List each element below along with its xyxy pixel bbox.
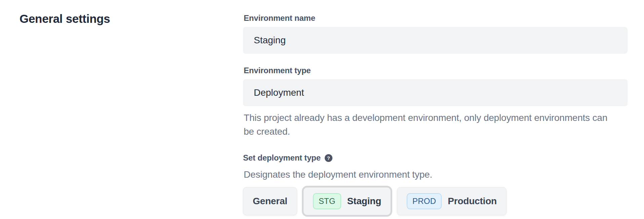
deployment-type-options: General STG Staging PROD Production <box>243 187 628 215</box>
environment-type-helper-text: This project already has a development e… <box>244 111 617 138</box>
deployment-type-production-button[interactable]: PROD Production <box>397 187 507 215</box>
environment-type-label: Environment type <box>244 66 628 75</box>
set-deployment-type-row: Set deployment type ? <box>243 153 628 163</box>
prod-badge: PROD <box>407 193 442 209</box>
deployment-type-general-label: General <box>253 196 287 207</box>
environment-name-label: Environment name <box>244 13 628 23</box>
deployment-type-production-label: Production <box>448 196 497 207</box>
environment-type-input[interactable] <box>243 79 628 106</box>
question-mark-icon[interactable]: ? <box>325 154 332 162</box>
page-title: General settings <box>19 12 243 26</box>
settings-page: General settings Environment name Enviro… <box>0 0 644 215</box>
deployment-type-general-button[interactable]: General <box>243 187 297 215</box>
settings-form: Environment name Environment type This p… <box>243 11 628 215</box>
environment-name-input[interactable] <box>243 27 628 54</box>
deployment-type-staging-button[interactable]: STG Staging <box>303 187 391 215</box>
deployment-type-description: Designates the deployment environment ty… <box>244 169 628 180</box>
set-deployment-type-label: Set deployment type <box>243 153 321 163</box>
stg-badge: STG <box>313 193 341 209</box>
settings-heading-column: General settings <box>19 11 243 215</box>
deployment-type-staging-label: Staging <box>347 196 381 207</box>
